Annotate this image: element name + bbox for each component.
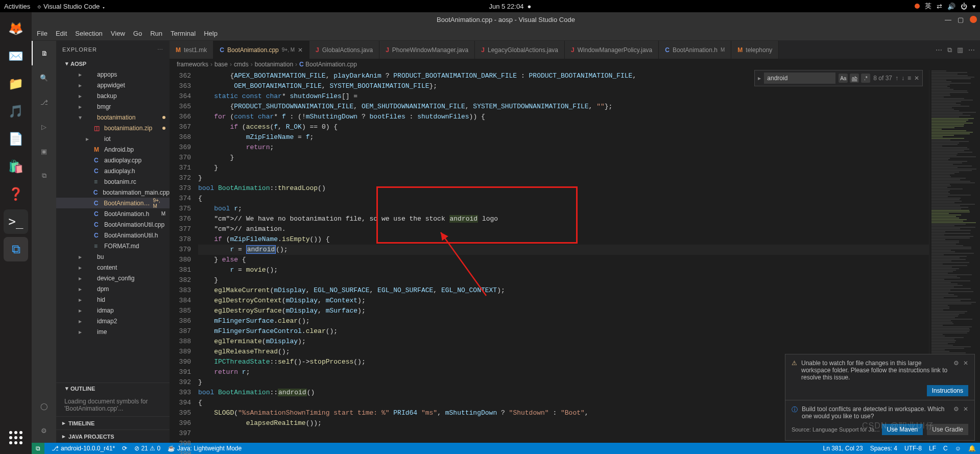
find-next-icon[interactable]: ↓ bbox=[901, 75, 904, 82]
menu-file[interactable]: File bbox=[37, 30, 47, 37]
activity-debug[interactable]: ▷ bbox=[32, 114, 56, 139]
split-icon[interactable]: ▥ bbox=[957, 46, 963, 54]
status-sync[interactable]: ⟳ bbox=[122, 445, 127, 452]
explorer-more-icon[interactable]: ⋯ bbox=[157, 46, 163, 53]
minimize-button[interactable]: — bbox=[945, 16, 951, 23]
editor-tab[interactable]: JWindowManagerPolicy.java bbox=[565, 41, 659, 59]
tree-item[interactable]: ▸iot bbox=[56, 133, 170, 144]
dock-software[interactable]: 🛍️ bbox=[4, 154, 28, 179]
dock-show-apps[interactable] bbox=[4, 425, 28, 450]
activity-remote[interactable]: ⧉ bbox=[32, 163, 56, 188]
tree-item[interactable]: ▾bootanimation bbox=[56, 112, 170, 123]
tree-item[interactable]: CBootAnimation…9+, M bbox=[56, 198, 170, 208]
dock-vscode[interactable]: ⧉ bbox=[4, 237, 28, 261]
tree-item[interactable]: ▸device_config bbox=[56, 273, 170, 283]
settings-icon[interactable]: ⚙ bbox=[953, 405, 959, 413]
editor-tab[interactable]: CBootAnimation.cpp9+, M✕ bbox=[213, 41, 309, 59]
activity-accounts[interactable]: ◯ bbox=[32, 394, 56, 418]
dock-help[interactable]: ❓ bbox=[4, 182, 28, 206]
workspace-section[interactable]: ▾ AOSP bbox=[56, 58, 170, 69]
find-close-icon[interactable]: ✕ bbox=[914, 75, 919, 82]
power-icon[interactable]: ⏻ bbox=[961, 3, 967, 10]
status-spaces[interactable]: Spaces: 4 bbox=[870, 445, 897, 452]
regex-icon[interactable]: .* bbox=[861, 74, 870, 83]
status-branch[interactable]: ⎇ android-10.0.0_r41* bbox=[52, 445, 115, 452]
use-gradle-button[interactable]: Use Gradle bbox=[927, 424, 968, 435]
system-menu-chevron[interactable]: ▾ bbox=[972, 3, 976, 10]
menu-help[interactable]: Help bbox=[204, 30, 218, 37]
tree-item[interactable]: ▸hid bbox=[56, 294, 170, 305]
editor-tab[interactable]: Mtest1.mk bbox=[170, 41, 213, 59]
menu-view[interactable]: View bbox=[111, 30, 125, 37]
activity-extensions[interactable]: ▣ bbox=[32, 139, 56, 163]
menu-go[interactable]: Go bbox=[133, 30, 142, 37]
menu-edit[interactable]: Edit bbox=[56, 30, 67, 37]
tree-item[interactable]: CBootAnimationUtil.cpp bbox=[56, 219, 170, 230]
dock-thunderbird[interactable]: ✉️ bbox=[4, 44, 28, 68]
tab-overflow-icon[interactable]: ⋯ bbox=[936, 46, 942, 54]
activity-search[interactable]: 🔍 bbox=[32, 65, 56, 90]
tree-item[interactable]: ▸bmgr bbox=[56, 101, 170, 112]
tree-item[interactable]: ▸dpm bbox=[56, 283, 170, 294]
status-encoding[interactable]: UTF-8 bbox=[904, 445, 922, 452]
dock-firefox[interactable]: 🦊 bbox=[4, 16, 28, 41]
tree-item[interactable]: Caudioplay.h bbox=[56, 165, 170, 176]
tree-item[interactable]: ▸idmap2 bbox=[56, 316, 170, 326]
ime-indicator[interactable]: 英 bbox=[925, 2, 931, 11]
instructions-button[interactable]: Instructions bbox=[927, 385, 968, 396]
match-word-icon[interactable]: ab bbox=[850, 74, 859, 83]
match-case-icon[interactable]: Aa bbox=[839, 74, 848, 83]
settings-icon[interactable]: ⚙ bbox=[953, 360, 959, 367]
tree-item[interactable]: MAndroid.bp bbox=[56, 144, 170, 155]
outline-section[interactable]: ▾ OUTLINE bbox=[56, 383, 170, 394]
menu-terminal[interactable]: Terminal bbox=[171, 30, 196, 37]
tree-item[interactable]: Cbootanimation_main.cpp bbox=[56, 187, 170, 198]
recording-indicator[interactable] bbox=[915, 4, 920, 9]
volume-icon[interactable]: 🔊 bbox=[947, 3, 955, 10]
status-problems[interactable]: ⊘ 21 ⚠ 0 bbox=[134, 445, 160, 452]
app-menu[interactable]: ⟐ Visual Studio Code ▾ bbox=[37, 3, 106, 10]
editor-tab[interactable]: JPhoneWindowManager.java bbox=[379, 41, 475, 59]
tree-item[interactable]: ▸appops bbox=[56, 69, 170, 80]
tree-item[interactable]: ≡FORMAT.md bbox=[56, 241, 170, 251]
close-button[interactable] bbox=[970, 16, 977, 23]
tree-item[interactable]: ≡bootanim.rc bbox=[56, 176, 170, 187]
breadcrumbs[interactable]: frameworks›base›cmds›bootanimation›C Boo… bbox=[170, 59, 980, 70]
timeline-section[interactable]: ▸ TIMELINE bbox=[56, 416, 170, 429]
activity-explorer[interactable]: 🗎 bbox=[32, 41, 56, 65]
find-toggle-replace-icon[interactable]: ▸ bbox=[758, 75, 761, 82]
network-icon[interactable]: ⇄ bbox=[937, 3, 942, 10]
more-icon[interactable]: ⋯ bbox=[968, 46, 975, 54]
close-icon[interactable]: ✕ bbox=[963, 360, 968, 367]
activity-settings[interactable]: ⚙ bbox=[32, 418, 56, 443]
activity-scm[interactable]: ⎇ bbox=[32, 90, 56, 114]
status-cursor[interactable]: Ln 381, Col 23 bbox=[823, 445, 863, 452]
tree-item[interactable]: CBootAnimationUtil.h bbox=[56, 230, 170, 241]
status-notifications-icon[interactable]: 🔔 bbox=[968, 445, 976, 452]
find-selection-icon[interactable]: ≡ bbox=[907, 75, 911, 82]
tree-item[interactable]: ▸appwidget bbox=[56, 80, 170, 90]
dock-writer[interactable]: 📄 bbox=[4, 127, 28, 151]
status-eol[interactable]: LF bbox=[929, 445, 936, 452]
remote-indicator[interactable]: ⧉ bbox=[32, 443, 44, 454]
find-input[interactable] bbox=[764, 73, 835, 84]
dock-terminal[interactable]: >_ bbox=[4, 209, 28, 234]
tree-item[interactable]: ▸ime bbox=[56, 326, 170, 337]
close-icon[interactable]: ✕ bbox=[963, 405, 968, 413]
tree-item[interactable]: CBootAnimation.hM bbox=[56, 208, 170, 219]
dock-files[interactable]: 📁 bbox=[4, 71, 28, 96]
dock-rhythmbox[interactable]: 🎵 bbox=[4, 99, 28, 124]
use-maven-button[interactable]: Use Maven bbox=[882, 424, 923, 435]
tree-item[interactable]: ▸idmap bbox=[56, 305, 170, 316]
tree-item[interactable]: ▸content bbox=[56, 262, 170, 273]
status-language[interactable]: C bbox=[943, 445, 948, 452]
java-projects-section[interactable]: ▸ JAVA PROJECTS bbox=[56, 429, 170, 443]
editor-tab[interactable]: JGlobalActions.java bbox=[309, 41, 379, 59]
menu-run[interactable]: Run bbox=[150, 30, 162, 37]
clock[interactable]: Jun 5 22:04 bbox=[489, 3, 523, 10]
editor-tab[interactable]: Mtelephony bbox=[731, 41, 779, 59]
editor-tab[interactable]: CBootAnimation.hM bbox=[659, 41, 731, 59]
status-feedback-icon[interactable]: ☺ bbox=[955, 445, 961, 452]
tree-item[interactable]: ▸bu bbox=[56, 251, 170, 262]
editor-tab[interactable]: JLegacyGlobalActions.java bbox=[475, 41, 565, 59]
